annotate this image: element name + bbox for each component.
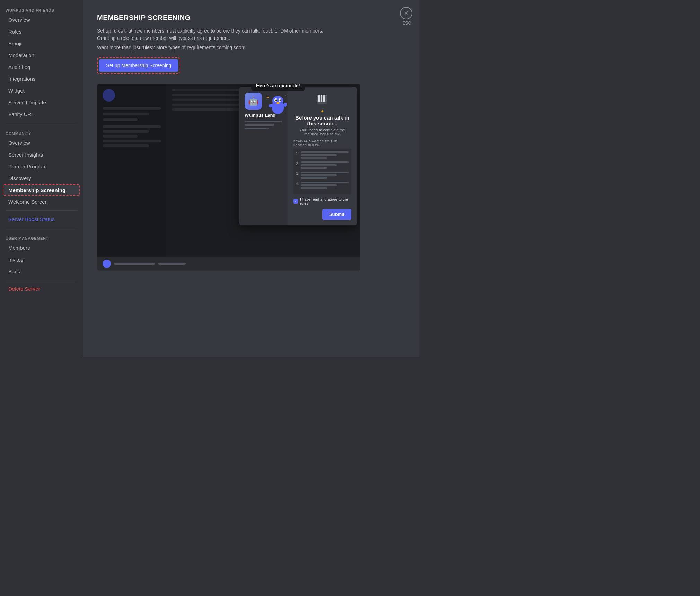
- svg-point-6: [276, 102, 280, 104]
- rule-lines-2: [301, 161, 349, 169]
- rules-section-label: READ AND AGREE TO THE SERVER RULES: [293, 140, 351, 147]
- esc-label: ESC: [402, 21, 411, 26]
- svg-rect-12: [318, 95, 320, 102]
- divider-user-mgmt: [6, 228, 77, 228]
- sidebar-item-server-boost[interactable]: Server Boost Status: [3, 213, 80, 225]
- divider-delete: [6, 280, 77, 280]
- page-title: MEMBERSHIP SCREENING: [97, 14, 405, 22]
- gate-subtitle: You'll need to complete the required ste…: [293, 128, 351, 136]
- rules-box: 1. 2.: [293, 149, 351, 194]
- sidebar-item-partner-program[interactable]: Partner Program: [3, 161, 80, 172]
- sidebar-item-widget[interactable]: Widget: [3, 85, 80, 96]
- wumpus-icon: ✦ *: [266, 93, 290, 117]
- close-button[interactable]: ✕: [400, 7, 412, 19]
- svg-rect-15: [317, 94, 327, 95]
- rule-lines-3: [301, 172, 349, 179]
- checkbox-row: ✓ I have read and agree to the rules: [293, 197, 351, 205]
- rule-lines-1: [301, 151, 349, 159]
- rule-num-1: 1.: [296, 152, 299, 159]
- footer-bar-1: [114, 263, 155, 265]
- rule-item-4: 4.: [296, 182, 349, 189]
- sidebar-item-integrations[interactable]: Integrations: [3, 73, 80, 85]
- main-content: ✕ ESC MEMBERSHIP SCREENING Set up rules …: [83, 0, 419, 357]
- sidebar-item-bans[interactable]: Bans: [3, 266, 80, 277]
- divider-boost: [6, 210, 77, 211]
- sidebar-item-server-insights[interactable]: Server Insights: [3, 149, 80, 160]
- section-user-management: USER MANAGEMENT: [0, 231, 83, 242]
- preview-footer: [97, 257, 360, 271]
- rule-item-2: 2.: [296, 161, 349, 169]
- sidebar-item-invites[interactable]: Invites: [3, 254, 80, 265]
- sidebar-item-welcome-screen[interactable]: Welcome Screen: [3, 196, 80, 208]
- preview-container: Here's an example! ✦ *: [97, 84, 360, 271]
- svg-point-1: [272, 96, 283, 106]
- server-name: WUMPUS AND FRIENDS: [0, 6, 83, 14]
- gate-icon: [316, 93, 329, 105]
- submit-button[interactable]: Submit: [322, 209, 351, 220]
- wumpus-area: Here's an example! ✦ *: [251, 84, 305, 117]
- sidebar-item-moderation[interactable]: Moderation: [3, 50, 80, 61]
- divider-community: [6, 123, 77, 123]
- sidebar: WUMPUS AND FRIENDS Overview Roles Emoji …: [0, 0, 83, 357]
- sidebar-item-vanity-url[interactable]: Vanity URL: [3, 108, 80, 120]
- svg-point-4: [275, 100, 277, 102]
- wl-bar-1: [245, 121, 282, 122]
- sidebar-item-audit-log[interactable]: Audit Log: [3, 61, 80, 73]
- wl-bar-3: [245, 128, 269, 129]
- svg-point-5: [280, 100, 281, 102]
- rule-num-2: 2.: [296, 162, 299, 169]
- rule-item-1: 1.: [296, 151, 349, 159]
- sidebar-item-members[interactable]: Members: [3, 242, 80, 254]
- svg-text:✦: ✦: [266, 96, 269, 99]
- preview-inner: 🤖 Wumpus Land: [97, 84, 360, 257]
- sidebar-item-emoji[interactable]: Emoji: [3, 38, 80, 49]
- sidebar-item-server-template[interactable]: Server Template: [3, 97, 80, 108]
- wumpus-bubble: Here's an example!: [251, 84, 305, 91]
- setup-membership-screening-button[interactable]: Set up Membership Screening: [99, 59, 178, 72]
- rule-num-3: 3.: [296, 172, 299, 179]
- section-community: COMMUNITY: [0, 126, 83, 137]
- setup-button-wrapper: Set up Membership Screening: [97, 57, 180, 74]
- submit-area: Submit: [293, 209, 351, 220]
- sidebar-item-membership-screening[interactable]: Membership Screening: [3, 184, 80, 196]
- agree-checkbox[interactable]: ✓: [293, 199, 298, 204]
- page-description-2: Want more than just rules? More types of…: [97, 45, 405, 50]
- svg-text:*: *: [285, 94, 286, 97]
- sidebar-item-delete-server[interactable]: Delete Server: [3, 283, 80, 295]
- rule-lines-4: [301, 182, 349, 189]
- sidebar-item-overview[interactable]: Overview: [3, 14, 80, 26]
- agree-checkbox-label: I have read and agree to the rules: [300, 197, 351, 205]
- modal-overlay: 🤖 Wumpus Land: [97, 84, 360, 257]
- svg-rect-14: [323, 95, 325, 102]
- svg-rect-13: [321, 95, 322, 102]
- footer-avatar: [103, 260, 111, 268]
- sidebar-item-roles[interactable]: Roles: [3, 26, 80, 37]
- sidebar-item-community-overview[interactable]: Overview: [3, 137, 80, 149]
- wl-bar-2: [245, 124, 274, 126]
- rule-num-4: 4.: [296, 182, 299, 189]
- sidebar-item-discovery[interactable]: Discovery: [3, 173, 80, 184]
- page-description-1: Set up rules that new members must expli…: [97, 27, 333, 42]
- rule-item-3: 3.: [296, 172, 349, 179]
- footer-bar-2: [158, 263, 186, 265]
